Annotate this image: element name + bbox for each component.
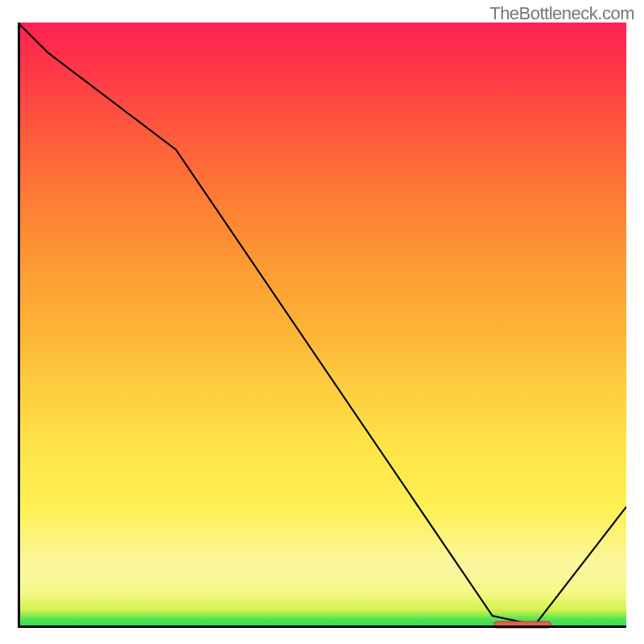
watermark-text: TheBottleneck.com <box>489 3 634 24</box>
plot-area <box>18 23 626 628</box>
optimum-marker-bar <box>493 621 551 629</box>
curve-svg <box>18 23 626 628</box>
curve-path <box>18 23 626 625</box>
chart-container: TheBottleneck.com <box>0 0 644 644</box>
